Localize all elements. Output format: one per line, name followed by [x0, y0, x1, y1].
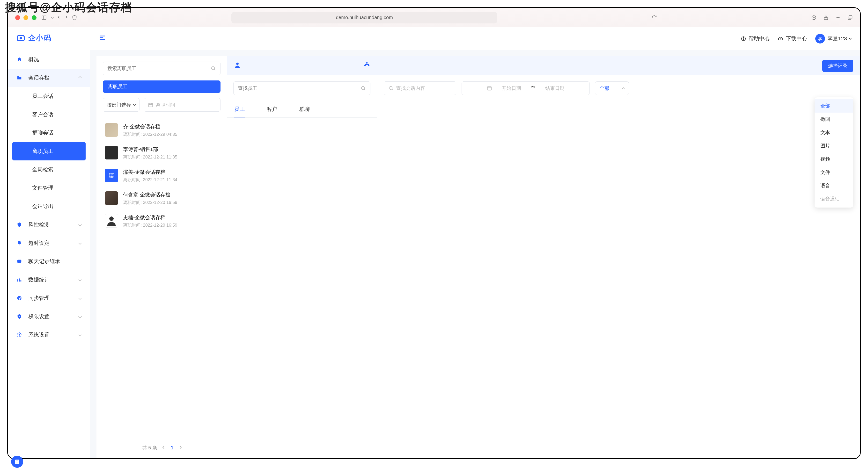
org-icon[interactable]: [364, 62, 370, 70]
dropdown-option[interactable]: 撤回: [814, 112, 853, 126]
person-icon: [234, 61, 241, 70]
sidebar-toggle-icon[interactable]: [41, 15, 46, 20]
home-icon: [16, 56, 23, 63]
avatar: 濡: [105, 169, 118, 182]
page-number[interactable]: 1: [171, 445, 173, 451]
pagination: 共 5 条 1: [103, 437, 220, 458]
shield-icon[interactable]: [72, 15, 77, 20]
svg-point-27: [109, 216, 114, 221]
bell-icon: [16, 240, 23, 246]
list-item[interactable]: 齐-企微会话存档 离职时间: 2022-12-29 04:35: [103, 119, 220, 142]
chevron-down-icon: [849, 37, 851, 39]
chevron-right-icon[interactable]: [65, 17, 67, 18]
logo: 企小码: [8, 33, 90, 50]
leave-date-filter[interactable]: 离职时间: [144, 98, 220, 112]
dropdown-option[interactable]: 图片: [814, 139, 853, 152]
nav-label: 概况: [28, 56, 39, 63]
next-page-button[interactable]: [179, 446, 182, 449]
nav-archive[interactable]: 会话存档: [8, 69, 90, 87]
calendar-icon: [148, 102, 153, 107]
left-employee-tag[interactable]: 离职员工: [103, 80, 220, 93]
tabs-icon[interactable]: [847, 15, 853, 20]
list-item[interactable]: 李诗菁-销售1部 离职时间: 2022-12-21 11:35: [103, 142, 220, 164]
tab-group[interactable]: 群聊: [299, 106, 310, 117]
close-window-button[interactable]: [15, 15, 20, 20]
collapse-sidebar-icon[interactable]: [99, 34, 106, 43]
prev-page-button[interactable]: [162, 446, 165, 449]
svg-rect-31: [368, 65, 369, 66]
employee-meta: 离职时间: 2022-12-21 11:34: [123, 177, 177, 183]
url-bar[interactable]: demo.huihuacundang.com: [231, 12, 497, 24]
select-record-button[interactable]: 选择记录: [822, 60, 853, 72]
nav-stats[interactable]: 数据统计: [8, 271, 90, 289]
sub-cust-conv[interactable]: 客户会话: [8, 105, 90, 124]
avatar: [105, 214, 118, 228]
shield-icon: [16, 222, 23, 228]
minimize-window-button[interactable]: [24, 15, 28, 20]
user-menu[interactable]: 李 李晨123: [815, 34, 851, 43]
svg-line-35: [392, 89, 393, 90]
nav-inherit[interactable]: 聊天记录继承: [8, 252, 90, 271]
sub-emp-conv[interactable]: 员工会话: [8, 87, 90, 105]
dropdown-option[interactable]: 语音通话: [814, 192, 853, 206]
nav-label: 权限设置: [28, 313, 50, 320]
conv-employee-search[interactable]: [233, 81, 370, 95]
help-center-link[interactable]: 帮助中心: [741, 35, 770, 42]
dropdown-option[interactable]: 语音: [814, 179, 853, 192]
nav-sync[interactable]: 同步管理: [8, 289, 90, 307]
tab-employee[interactable]: 员工: [234, 106, 245, 117]
svg-point-21: [212, 67, 215, 70]
nav-system[interactable]: 系统设置: [8, 326, 90, 344]
dropdown-option[interactable]: 文本: [814, 126, 853, 139]
sub-global-search[interactable]: 全局检索: [8, 161, 90, 179]
svg-point-14: [19, 316, 20, 317]
employee-search-field[interactable]: [107, 66, 211, 71]
window-frame: demo.huihuacundang.com 企小码 概况: [7, 7, 861, 459]
conv-tabs: 员工 客户 群聊: [227, 101, 377, 118]
user-avatar: 李: [815, 34, 825, 43]
dropdown-option[interactable]: 文件: [814, 166, 853, 179]
content-columns: 离职员工 按部门选择 离职时间: [90, 50, 860, 458]
conversation-list-panel: 员工 客户 群聊: [227, 56, 377, 458]
maximize-window-button[interactable]: [32, 15, 36, 20]
list-item[interactable]: 濡 濡美-企微会话存档 离职时间: 2022-12-21 11:34: [103, 164, 220, 187]
nav-risk[interactable]: 风控检测: [8, 215, 90, 234]
calendar-icon: [487, 86, 492, 91]
search-icon: [388, 86, 394, 91]
chevron-down-icon[interactable]: [52, 17, 54, 18]
col3-filters: 查找会话内容 开始日期 至 结束日期 全部: [377, 75, 860, 101]
list-item[interactable]: 何含章-企微会话存档 离职时间: 2022-12-20 16:59: [103, 187, 220, 210]
search-icon: [211, 66, 216, 71]
share-icon[interactable]: [823, 15, 829, 20]
sub-export[interactable]: 会话导出: [8, 197, 90, 215]
nav-overview[interactable]: 概况: [8, 50, 90, 69]
svg-rect-12: [21, 280, 22, 281]
employee-list: 齐-企微会话存档 离职时间: 2022-12-29 04:35 李诗菁-销售1部…: [103, 119, 220, 232]
type-filter-label: 全部: [600, 85, 609, 92]
nav-perm[interactable]: 权限设置: [8, 307, 90, 326]
tab-customer[interactable]: 客户: [267, 106, 277, 117]
download-center-link[interactable]: 下载中心: [778, 35, 807, 42]
download-icon[interactable]: [811, 15, 816, 20]
conv-employee-search-field[interactable]: [238, 86, 361, 91]
plus-icon[interactable]: [835, 15, 841, 20]
nav-timeout[interactable]: 超时设定: [8, 234, 90, 252]
nav: 概况 会话存档 员工会话 客户会话 群聊会话 离职员工 全局检索 文件管理 会话…: [8, 50, 90, 458]
date-range-picker[interactable]: 开始日期 至 结束日期: [462, 81, 590, 95]
type-filter-select[interactable]: 全部: [595, 81, 629, 95]
sub-group-conv[interactable]: 群聊会话: [8, 124, 90, 142]
list-item[interactable]: 史楠-企微会话存档 离职时间: 2022-12-20 16:59: [103, 210, 220, 232]
refresh-icon[interactable]: [652, 15, 657, 20]
sub-left-emp[interactable]: 离职员工: [12, 142, 86, 161]
conversation-search-input[interactable]: 查找会话内容: [384, 81, 456, 95]
dept-select[interactable]: 按部门选择: [103, 98, 140, 112]
chevron-left-icon[interactable]: [58, 17, 60, 18]
svg-point-28: [236, 63, 239, 65]
employee-name: 李诗菁-销售1部: [123, 146, 177, 153]
dropdown-option[interactable]: 视频: [814, 152, 853, 166]
sub-file-mgmt[interactable]: 文件管理: [8, 179, 90, 197]
employee-search-input[interactable]: [103, 62, 220, 75]
nav-label: 会话存档: [28, 74, 50, 81]
dropdown-option[interactable]: 全部: [814, 99, 853, 112]
nav-label: 超时设定: [28, 239, 50, 247]
